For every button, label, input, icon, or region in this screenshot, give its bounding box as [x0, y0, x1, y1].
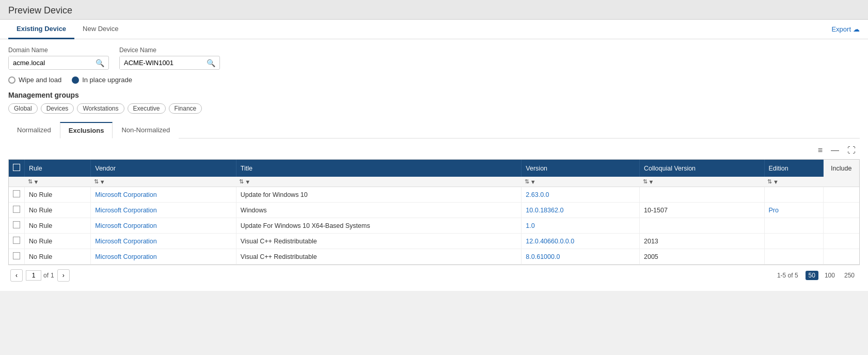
- header-checkbox[interactable]: [13, 164, 20, 171]
- export-button[interactable]: Export ☁: [831, 20, 860, 39]
- td-checkbox-0: [9, 187, 25, 203]
- table-toolbar: ≡ — ⛶: [8, 145, 860, 156]
- filter-title-icon[interactable]: ▼: [245, 179, 250, 185]
- domain-input[interactable]: [9, 56, 91, 69]
- next-page-button[interactable]: ›: [57, 269, 70, 282]
- tab-exclusions[interactable]: Exclusions: [60, 122, 113, 138]
- row-checkbox-1[interactable]: [13, 206, 20, 213]
- minus-icon-button[interactable]: —: [829, 145, 841, 156]
- td-version-2: 1.0: [522, 218, 640, 234]
- td-rule-0: No Rule: [25, 187, 91, 203]
- td-vendor-4: Microsoft Corporation: [91, 249, 236, 265]
- th-include: Include: [823, 160, 859, 177]
- table-body: No Rule Microsoft Corporation Update for…: [9, 187, 859, 265]
- total-pages: 1: [51, 272, 54, 279]
- tag-global[interactable]: Global: [8, 103, 38, 114]
- device-input-wrapper: 🔍: [119, 56, 220, 70]
- tab-normalized[interactable]: Normalized: [8, 122, 60, 138]
- top-tabs-bar: Existing Device New Device Export ☁: [0, 20, 868, 39]
- filter-check-cell: [9, 177, 25, 187]
- tab-new-device[interactable]: New Device: [74, 20, 127, 39]
- td-include-3: [823, 234, 859, 249]
- device-label: Device Name: [119, 47, 220, 54]
- sort-title-icon[interactable]: ⇅: [239, 178, 244, 185]
- td-vendor-3: Microsoft Corporation: [91, 234, 236, 249]
- table-row: No Rule Microsoft Corporation Update for…: [9, 187, 859, 203]
- th-checkbox: [9, 160, 25, 177]
- filter-vendor-icon[interactable]: ▼: [100, 179, 105, 185]
- tag-executive[interactable]: Executive: [128, 103, 166, 114]
- filter-include-cell: [823, 177, 859, 187]
- th-colloquial: Colloquial Version: [640, 160, 765, 177]
- domain-search-button[interactable]: 🔍: [91, 57, 108, 69]
- page-size-50[interactable]: 50: [806, 271, 818, 280]
- td-vendor-2: Microsoft Corporation: [91, 218, 236, 234]
- row-checkbox-2[interactable]: [13, 221, 20, 228]
- sort-vendor-icon[interactable]: ⇅: [94, 178, 99, 185]
- td-edition-0: [764, 187, 823, 203]
- domain-name-group: Domain Name 🔍: [8, 47, 109, 70]
- tag-workstations[interactable]: Workstations: [77, 103, 124, 114]
- tab-existing-device[interactable]: Existing Device: [8, 20, 74, 39]
- tag-finance[interactable]: Finance: [169, 103, 202, 114]
- td-title-3: Visual C++ Redistributable: [236, 234, 522, 249]
- inplace-upgrade-option[interactable]: In place upgrade: [72, 76, 132, 84]
- td-edition-2: [764, 218, 823, 234]
- sort-edition-icon[interactable]: ⇅: [767, 178, 772, 185]
- th-edition: Edition: [764, 160, 823, 177]
- device-input[interactable]: [120, 56, 202, 69]
- inner-tabs-bar: Normalized Exclusions Non-Normalized: [8, 122, 860, 138]
- form-row: Domain Name 🔍 Device Name 🔍: [8, 47, 860, 70]
- menu-icon-button[interactable]: ≡: [816, 145, 825, 156]
- tab-non-normalized[interactable]: Non-Normalized: [113, 122, 179, 138]
- sort-colloquial-icon[interactable]: ⇅: [643, 178, 648, 185]
- exclusions-table: Rule Vendor Title: [9, 160, 859, 265]
- export-label: Export: [831, 25, 851, 33]
- filter-edition-cell: ⇅ ▼: [764, 177, 823, 187]
- td-include-2: [823, 218, 859, 234]
- domain-label: Domain Name: [8, 47, 109, 54]
- td-rule-4: No Rule: [25, 249, 91, 265]
- filter-rule-icon[interactable]: ▼: [34, 179, 39, 185]
- filter-colloquial-icon[interactable]: ▼: [649, 179, 654, 185]
- prev-icon: ‹: [15, 272, 18, 279]
- filter-row: ⇅ ▼ ⇅ ▼ ⇅: [9, 177, 859, 187]
- sort-rule-icon[interactable]: ⇅: [28, 178, 33, 185]
- table-header-row: Rule Vendor Title: [9, 160, 859, 177]
- page-title: Preview Device: [8, 5, 72, 16]
- td-colloquial-3: 2013: [640, 234, 765, 249]
- prev-page-button[interactable]: ‹: [10, 269, 23, 282]
- th-vendor: Vendor: [91, 160, 236, 177]
- page-size-250[interactable]: 250: [841, 271, 858, 280]
- th-title: Title: [236, 160, 522, 177]
- device-search-button[interactable]: 🔍: [202, 57, 219, 69]
- row-checkbox-0[interactable]: [13, 190, 20, 197]
- tag-devices[interactable]: Devices: [41, 103, 74, 114]
- td-colloquial-2: [640, 218, 765, 234]
- row-checkbox-4[interactable]: [13, 252, 20, 259]
- td-title-1: Windows: [236, 203, 522, 218]
- page-input[interactable]: [26, 270, 41, 281]
- inplace-label: In place upgrade: [82, 76, 132, 84]
- radio-row: Wipe and load In place upgrade: [8, 76, 860, 84]
- sort-version-icon[interactable]: ⇅: [525, 178, 529, 185]
- td-edition-1: Pro: [764, 203, 823, 218]
- expand-icon-button[interactable]: ⛶: [845, 145, 858, 156]
- td-version-1: 10.0.18362.0: [522, 203, 640, 218]
- td-title-2: Update For Windows 10 X64-Based Systems: [236, 218, 522, 234]
- pagination-row: ‹ of 1 › 1-5 of 5 50 100 250: [8, 265, 860, 284]
- page-header: Preview Device: [0, 0, 868, 20]
- page-count: 1-5 of 5: [777, 272, 798, 279]
- wipe-load-option[interactable]: Wipe and load: [8, 76, 61, 84]
- td-include-0: [823, 187, 859, 203]
- inplace-radio-circle: [72, 76, 79, 84]
- export-cloud-icon: ☁: [853, 25, 860, 33]
- table-row: No Rule Microsoft Corporation Update For…: [9, 218, 859, 234]
- next-icon: ›: [62, 272, 65, 279]
- td-edition-4: [764, 249, 823, 265]
- page-size-100[interactable]: 100: [822, 271, 838, 280]
- filter-edition-icon[interactable]: ▼: [773, 179, 779, 185]
- row-checkbox-3[interactable]: [13, 237, 20, 244]
- td-title-4: Visual C++ Redistributable: [236, 249, 522, 265]
- filter-version-icon[interactable]: ▼: [530, 179, 536, 185]
